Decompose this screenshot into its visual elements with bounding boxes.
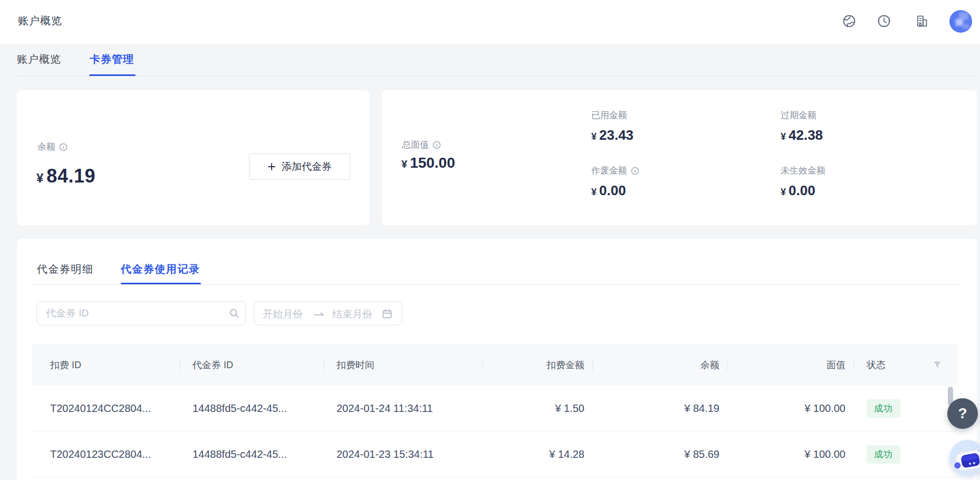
currency-symbol: ¥ bbox=[591, 187, 597, 197]
usage-records-table: 扣费 ID 代金券 ID 扣费时间 扣费金额 余额 面值 状态 T2024012… bbox=[32, 344, 957, 477]
voucher-records-card: 代金券明细 代金券使用记录 开始月份 结束月份 扣费 ID 代金券 ID 扣费时… bbox=[17, 239, 977, 480]
stat-value: 0.00 bbox=[789, 183, 815, 198]
stat-used-amount: 已用金额 ¥23.43 bbox=[591, 109, 633, 143]
stat-label: 已用金额 bbox=[591, 109, 627, 121]
month-range-picker[interactable]: 开始月份 结束月份 bbox=[254, 301, 402, 325]
currency-symbol: ¥ bbox=[591, 131, 597, 142]
balance-label: 余额 bbox=[37, 141, 55, 153]
stat-expired-amount: 过期金额 ¥42.38 bbox=[781, 109, 823, 143]
add-voucher-label: 添加代金券 bbox=[282, 160, 332, 174]
tab-account-overview[interactable]: 账户概览 bbox=[17, 52, 61, 66]
total-amount: 150.00 bbox=[410, 155, 455, 171]
start-month-placeholder[interactable]: 开始月份 bbox=[263, 308, 303, 321]
end-month-placeholder[interactable]: 结束月份 bbox=[332, 308, 372, 321]
cell-voucher-id: 14488fd5-c442-45... bbox=[180, 431, 324, 477]
cell-face-value: ¥ 100.00 bbox=[728, 386, 854, 431]
history-icon[interactable] bbox=[877, 14, 891, 28]
tabbar-divider bbox=[32, 284, 962, 285]
table-row[interactable]: T20240124CC2804... 14488fd5-c442-45... 2… bbox=[32, 386, 957, 431]
voucher-id-search-input[interactable] bbox=[36, 301, 246, 325]
col-balance: 余额 bbox=[593, 344, 728, 386]
status-badge: 成功 bbox=[867, 445, 900, 464]
balance-value: ¥84.19 bbox=[36, 165, 95, 187]
plus-icon bbox=[267, 162, 276, 171]
col-deduct-amount: 扣费金额 bbox=[483, 344, 593, 386]
range-arrow-icon bbox=[313, 309, 325, 319]
avatar-pattern bbox=[963, 24, 969, 29]
cell-deduct-time: 2024-01-24 11:34:11 bbox=[324, 386, 483, 431]
status-badge: 成功 bbox=[867, 399, 900, 418]
topbar: 账户概览 bbox=[0, 0, 980, 44]
avatar-pattern bbox=[956, 19, 963, 26]
col-voucher-id: 代金券 ID bbox=[180, 344, 324, 386]
cell-deduct-amount: ¥ 14.28 bbox=[483, 431, 593, 477]
stat-voided-amount: 作废金额 ¥0.00 bbox=[591, 165, 639, 199]
tab-voucher-detail[interactable]: 代金券明细 bbox=[37, 262, 94, 276]
currency-symbol: ¥ bbox=[781, 131, 786, 142]
stat-value: 0.00 bbox=[599, 183, 626, 198]
stat-inactive-amount: 未生效金额 ¥0.00 bbox=[781, 165, 825, 199]
total-face-value: ¥150.00 bbox=[401, 155, 455, 171]
col-status: 状态 bbox=[854, 344, 957, 386]
cell-deduct-id: T20240123CC2804... bbox=[32, 431, 180, 477]
balance-label-row: 余额 bbox=[37, 141, 68, 153]
page: 账户概览 账户概览 卡券管理 余额 ¥84.19 bbox=[0, 0, 980, 480]
tabbar-divider bbox=[17, 76, 977, 76]
page-title: 账户概览 bbox=[18, 14, 62, 28]
voucher-summary-card: 总面值 ¥150.00 已用金额 ¥23.43 过期金额 ¥42.38 作废金额… bbox=[382, 90, 977, 225]
currency-symbol: ¥ bbox=[36, 171, 43, 185]
balance-card: 余额 ¥84.19 添加代金券 bbox=[17, 90, 369, 225]
globe-icon[interactable] bbox=[842, 14, 857, 28]
balance-amount: 84.19 bbox=[46, 165, 95, 187]
cell-balance: ¥ 85.69 bbox=[593, 431, 728, 477]
cell-balance: ¥ 84.19 bbox=[593, 386, 728, 431]
cell-deduct-amount: ¥ 1.50 bbox=[483, 386, 593, 431]
cell-deduct-id: T20240124CC2804... bbox=[32, 386, 180, 431]
cell-status: 成功 bbox=[854, 431, 957, 477]
info-icon[interactable] bbox=[59, 143, 68, 151]
col-deduct-id: 扣费 ID bbox=[32, 344, 180, 386]
col-face-value: 面值 bbox=[728, 344, 854, 386]
table-header: 扣费 ID 代金券 ID 扣费时间 扣费金额 余额 面值 状态 bbox=[32, 344, 957, 386]
stat-label: 作废金额 bbox=[591, 165, 627, 177]
cell-voucher-id: 14488fd5-c442-45... bbox=[180, 386, 324, 431]
currency-symbol: ¥ bbox=[781, 187, 786, 197]
table-row[interactable]: T20240123CC2804... 14488fd5-c442-45... 2… bbox=[32, 431, 957, 477]
total-face-value-label: 总面值 bbox=[402, 139, 429, 151]
stat-value: 23.43 bbox=[599, 127, 633, 143]
stat-value: 42.38 bbox=[789, 127, 823, 143]
total-face-value-row: 总面值 bbox=[402, 139, 441, 151]
cell-deduct-time: 2024-01-23 15:34:11 bbox=[324, 431, 483, 477]
search-icon[interactable] bbox=[229, 308, 239, 319]
funnel-filter-icon[interactable] bbox=[933, 361, 941, 369]
user-avatar[interactable] bbox=[949, 10, 972, 33]
stat-label: 过期金额 bbox=[781, 109, 816, 121]
currency-symbol: ¥ bbox=[401, 158, 407, 170]
info-icon[interactable] bbox=[631, 167, 639, 175]
tab-card-management[interactable]: 卡券管理 bbox=[90, 52, 134, 66]
tab-voucher-usage-records[interactable]: 代金券使用记录 bbox=[121, 262, 200, 276]
cell-face-value: ¥ 100.00 bbox=[728, 431, 854, 477]
add-voucher-button[interactable]: 添加代金券 bbox=[249, 153, 350, 180]
col-status-label: 状态 bbox=[867, 359, 886, 371]
col-deduct-time: 扣费时间 bbox=[324, 344, 483, 386]
cell-status: 成功 bbox=[854, 386, 957, 431]
stat-label: 未生效金额 bbox=[781, 165, 825, 177]
calendar-icon bbox=[382, 309, 392, 319]
organization-icon[interactable] bbox=[915, 14, 929, 28]
info-icon[interactable] bbox=[433, 141, 441, 149]
help-button[interactable]: ? bbox=[947, 398, 978, 429]
